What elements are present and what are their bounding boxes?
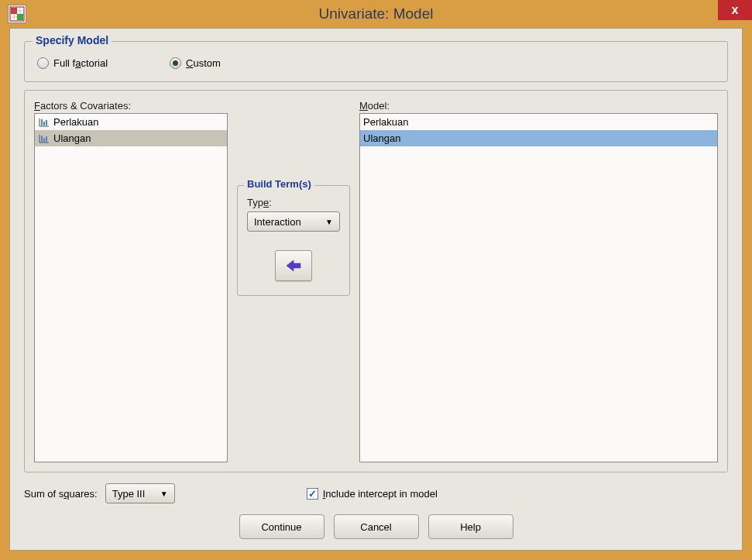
arrow-left-icon — [285, 258, 302, 273]
radio-row: Full factorial Custom — [34, 53, 718, 72]
sum-of-squares-dropdown[interactable]: Type III ▼ — [105, 483, 175, 503]
cancel-button[interactable]: Cancel — [334, 514, 419, 539]
radio-custom[interactable]: Custom — [170, 57, 221, 69]
button-row: Continue Cancel Help — [24, 514, 728, 539]
specify-model-group: Specify Model Full factorial Custom — [24, 41, 728, 82]
close-button[interactable]: x — [718, 0, 752, 20]
sum-of-squares-label: Sum of squares: — [24, 488, 98, 500]
factor-icon — [38, 133, 50, 144]
type-dropdown[interactable]: Interaction ▼ — [247, 211, 340, 232]
dialog-title: Univariate: Model — [0, 5, 752, 22]
radio-full-factorial[interactable]: Full factorial — [37, 57, 108, 69]
list-item-label: Perlakuan — [53, 116, 99, 128]
model-panel: Model: Perlakuan Ulangan — [359, 100, 718, 462]
main-area: Factors & Covariates: Perlakuan Ulangan — [24, 90, 728, 472]
build-terms-panel: Build Term(s) Type: Interaction ▼ — [228, 100, 359, 462]
chevron-down-icon: ▼ — [160, 490, 168, 498]
dialog-content: Specify Model Full factorial Custom Fact… — [9, 28, 743, 551]
bottom-row: Sum of squares: Type III ▼ Include inter… — [24, 483, 728, 503]
list-item-label: Perlakuan — [363, 116, 409, 128]
list-item-label: Ulangan — [53, 132, 91, 144]
svg-rect-15 — [43, 138, 45, 142]
include-intercept-checkbox[interactable]: Include intercept in model — [307, 488, 438, 500]
continue-button[interactable]: Continue — [239, 514, 324, 539]
radio-label: Full factorial — [53, 57, 108, 69]
build-terms-group: Build Term(s) Type: Interaction ▼ — [237, 185, 350, 296]
chevron-down-icon: ▼ — [325, 218, 333, 226]
dropdown-value: Interaction — [254, 216, 301, 228]
button-label: Cancel — [360, 521, 391, 533]
radio-icon — [170, 57, 181, 69]
move-left-button[interactable] — [275, 250, 312, 281]
dialog-window: Univariate: Model x Specify Model Full f… — [0, 0, 752, 560]
list-item[interactable]: Ulangan — [360, 130, 717, 146]
dropdown-value: Type III — [112, 488, 146, 500]
svg-rect-16 — [46, 136, 47, 142]
list-item[interactable]: Perlakuan — [360, 114, 717, 130]
svg-rect-9 — [41, 119, 43, 125]
model-listbox[interactable]: Perlakuan Ulangan — [359, 113, 718, 462]
radio-icon — [37, 57, 49, 69]
specify-model-title: Specify Model — [33, 34, 112, 46]
help-button[interactable]: Help — [428, 514, 513, 539]
button-label: Help — [460, 521, 481, 533]
checkbox-label: Include intercept in model — [323, 488, 438, 500]
button-label: Continue — [261, 521, 301, 533]
list-item[interactable]: Perlakuan — [35, 114, 227, 130]
factors-label: Factors & Covariates: — [34, 100, 228, 112]
factor-icon — [38, 117, 50, 128]
close-icon: x — [732, 3, 739, 17]
checkbox-icon — [307, 488, 318, 500]
factors-panel: Factors & Covariates: Perlakuan Ulangan — [34, 100, 228, 462]
type-label: Type: — [247, 197, 272, 208]
model-label: Model: — [359, 100, 718, 112]
factors-listbox[interactable]: Perlakuan Ulangan — [34, 113, 228, 462]
app-icon — [8, 5, 26, 23]
list-item-label: Ulangan — [363, 132, 400, 144]
svg-rect-14 — [41, 136, 43, 142]
radio-label: Custom — [186, 57, 221, 69]
list-item[interactable]: Ulangan — [35, 130, 227, 146]
svg-rect-10 — [43, 122, 45, 125]
svg-rect-11 — [46, 120, 47, 125]
titlebar: Univariate: Model x — [0, 0, 752, 28]
build-terms-title: Build Term(s) — [244, 178, 314, 190]
